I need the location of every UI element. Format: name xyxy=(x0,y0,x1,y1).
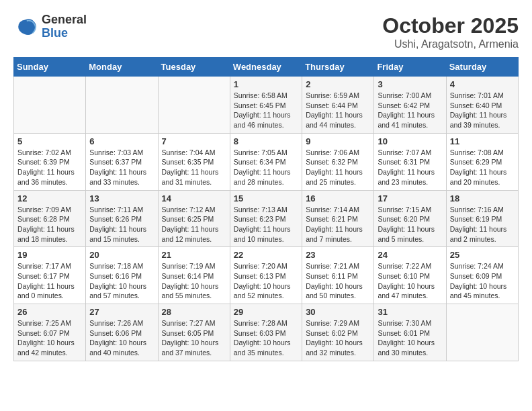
day-number: 9 xyxy=(306,136,370,146)
week-row-4: 19Sunrise: 7:17 AM Sunset: 6:17 PM Dayli… xyxy=(14,247,519,304)
calendar-cell: 31Sunrise: 7:30 AM Sunset: 6:01 PM Dayli… xyxy=(374,304,446,361)
day-number: 1 xyxy=(234,79,298,89)
day-number: 16 xyxy=(306,193,370,203)
week-row-1: 1Sunrise: 6:58 AM Sunset: 6:45 PM Daylig… xyxy=(14,77,519,134)
title-block: October 2025 Ushi, Aragatsotn, Armenia xyxy=(382,13,519,50)
day-number: 20 xyxy=(89,250,154,260)
day-info: Sunrise: 7:17 AM Sunset: 6:17 PM Dayligh… xyxy=(17,261,82,301)
calendar-cell: 5Sunrise: 7:02 AM Sunset: 6:39 PM Daylig… xyxy=(14,133,86,190)
day-info: Sunrise: 7:19 AM Sunset: 6:14 PM Dayligh… xyxy=(162,261,226,301)
day-number: 4 xyxy=(450,79,515,89)
day-info: Sunrise: 7:03 AM Sunset: 6:37 PM Dayligh… xyxy=(89,148,154,187)
day-number: 5 xyxy=(17,136,82,146)
calendar-cell: 2Sunrise: 6:59 AM Sunset: 6:44 PM Daylig… xyxy=(302,77,374,134)
day-info: Sunrise: 7:09 AM Sunset: 6:28 PM Dayligh… xyxy=(17,205,82,244)
calendar-cell: 21Sunrise: 7:19 AM Sunset: 6:14 PM Dayli… xyxy=(158,247,230,304)
week-row-5: 26Sunrise: 7:25 AM Sunset: 6:07 PM Dayli… xyxy=(14,304,519,361)
calendar-cell: 19Sunrise: 7:17 AM Sunset: 6:17 PM Dayli… xyxy=(14,247,86,304)
day-info: Sunrise: 7:08 AM Sunset: 6:29 PM Dayligh… xyxy=(450,148,515,187)
calendar-cell: 6Sunrise: 7:03 AM Sunset: 6:37 PM Daylig… xyxy=(86,133,158,190)
calendar-cell: 11Sunrise: 7:08 AM Sunset: 6:29 PM Dayli… xyxy=(446,133,518,190)
day-info: Sunrise: 7:28 AM Sunset: 6:03 PM Dayligh… xyxy=(234,318,298,358)
day-info: Sunrise: 7:01 AM Sunset: 6:40 PM Dayligh… xyxy=(450,91,515,130)
day-info: Sunrise: 6:58 AM Sunset: 6:45 PM Dayligh… xyxy=(234,91,298,130)
calendar-cell: 9Sunrise: 7:06 AM Sunset: 6:32 PM Daylig… xyxy=(302,133,374,190)
calendar-cell: 17Sunrise: 7:15 AM Sunset: 6:20 PM Dayli… xyxy=(374,190,446,247)
day-number: 7 xyxy=(162,136,226,146)
day-number: 27 xyxy=(89,307,154,317)
day-number: 28 xyxy=(162,307,226,317)
location: Ushi, Aragatsotn, Armenia xyxy=(382,38,519,50)
day-number: 23 xyxy=(306,250,370,260)
day-number: 6 xyxy=(89,136,154,146)
calendar-cell: 26Sunrise: 7:25 AM Sunset: 6:07 PM Dayli… xyxy=(14,304,86,361)
day-number: 31 xyxy=(378,307,442,317)
calendar-cell: 15Sunrise: 7:13 AM Sunset: 6:23 PM Dayli… xyxy=(230,190,302,247)
month-title: October 2025 xyxy=(382,13,519,38)
logo-blue: Blue xyxy=(42,26,68,40)
weekday-header-thursday: Thursday xyxy=(302,58,374,77)
weekday-header-wednesday: Wednesday xyxy=(230,58,302,77)
day-info: Sunrise: 7:13 AM Sunset: 6:23 PM Dayligh… xyxy=(234,205,298,244)
day-number: 8 xyxy=(234,136,298,146)
day-info: Sunrise: 7:11 AM Sunset: 6:26 PM Dayligh… xyxy=(89,205,154,244)
day-info: Sunrise: 7:24 AM Sunset: 6:09 PM Dayligh… xyxy=(450,261,515,301)
calendar-cell xyxy=(86,77,158,134)
day-info: Sunrise: 7:06 AM Sunset: 6:32 PM Dayligh… xyxy=(306,148,370,187)
day-info: Sunrise: 7:12 AM Sunset: 6:25 PM Dayligh… xyxy=(162,205,226,244)
weekday-header-sunday: Sunday xyxy=(14,58,86,77)
calendar-cell: 28Sunrise: 7:27 AM Sunset: 6:05 PM Dayli… xyxy=(158,304,230,361)
day-info: Sunrise: 7:27 AM Sunset: 6:05 PM Dayligh… xyxy=(162,318,226,358)
calendar-cell xyxy=(14,77,86,134)
day-info: Sunrise: 7:16 AM Sunset: 6:19 PM Dayligh… xyxy=(450,205,515,244)
day-number: 12 xyxy=(17,193,82,203)
day-number: 21 xyxy=(162,250,226,260)
week-row-3: 12Sunrise: 7:09 AM Sunset: 6:28 PM Dayli… xyxy=(14,190,519,247)
day-info: Sunrise: 6:59 AM Sunset: 6:44 PM Dayligh… xyxy=(306,91,370,130)
day-info: Sunrise: 7:05 AM Sunset: 6:34 PM Dayligh… xyxy=(234,148,298,187)
calendar-cell: 22Sunrise: 7:20 AM Sunset: 6:13 PM Dayli… xyxy=(230,247,302,304)
calendar-cell: 12Sunrise: 7:09 AM Sunset: 6:28 PM Dayli… xyxy=(14,190,86,247)
day-number: 10 xyxy=(378,136,442,146)
day-info: Sunrise: 7:18 AM Sunset: 6:16 PM Dayligh… xyxy=(89,261,154,301)
calendar-cell xyxy=(158,77,230,134)
week-row-2: 5Sunrise: 7:02 AM Sunset: 6:39 PM Daylig… xyxy=(14,133,519,190)
day-number: 25 xyxy=(450,250,515,260)
weekday-header-row: SundayMondayTuesdayWednesdayThursdayFrid… xyxy=(14,58,519,77)
calendar-cell: 13Sunrise: 7:11 AM Sunset: 6:26 PM Dayli… xyxy=(86,190,158,247)
logo: General Blue xyxy=(13,13,87,40)
day-info: Sunrise: 7:20 AM Sunset: 6:13 PM Dayligh… xyxy=(234,261,298,301)
day-info: Sunrise: 7:29 AM Sunset: 6:02 PM Dayligh… xyxy=(306,318,370,358)
day-number: 30 xyxy=(306,307,370,317)
day-number: 15 xyxy=(234,193,298,203)
day-number: 19 xyxy=(17,250,82,260)
day-info: Sunrise: 7:02 AM Sunset: 6:39 PM Dayligh… xyxy=(17,148,82,187)
logo-general: General xyxy=(42,13,87,26)
day-number: 14 xyxy=(162,193,226,203)
day-info: Sunrise: 7:25 AM Sunset: 6:07 PM Dayligh… xyxy=(17,318,82,358)
logo-icon xyxy=(13,15,38,39)
day-number: 11 xyxy=(450,136,515,146)
calendar-cell: 23Sunrise: 7:21 AM Sunset: 6:11 PM Dayli… xyxy=(302,247,374,304)
day-info: Sunrise: 7:15 AM Sunset: 6:20 PM Dayligh… xyxy=(378,205,442,244)
weekday-header-saturday: Saturday xyxy=(446,58,518,77)
day-info: Sunrise: 7:07 AM Sunset: 6:31 PM Dayligh… xyxy=(378,148,442,187)
calendar-cell xyxy=(446,304,518,361)
day-number: 2 xyxy=(306,79,370,89)
calendar-cell: 27Sunrise: 7:26 AM Sunset: 6:06 PM Dayli… xyxy=(86,304,158,361)
day-number: 29 xyxy=(234,307,298,317)
calendar-cell: 16Sunrise: 7:14 AM Sunset: 6:21 PM Dayli… xyxy=(302,190,374,247)
calendar-cell: 24Sunrise: 7:22 AM Sunset: 6:10 PM Dayli… xyxy=(374,247,446,304)
day-info: Sunrise: 7:00 AM Sunset: 6:42 PM Dayligh… xyxy=(378,91,442,130)
day-info: Sunrise: 7:22 AM Sunset: 6:10 PM Dayligh… xyxy=(378,261,442,301)
day-number: 26 xyxy=(17,307,82,317)
day-number: 17 xyxy=(378,193,442,203)
day-info: Sunrise: 7:14 AM Sunset: 6:21 PM Dayligh… xyxy=(306,205,370,244)
logo-text: General Blue xyxy=(42,13,87,40)
day-number: 13 xyxy=(89,193,154,203)
calendar-cell: 10Sunrise: 7:07 AM Sunset: 6:31 PM Dayli… xyxy=(374,133,446,190)
calendar-cell: 14Sunrise: 7:12 AM Sunset: 6:25 PM Dayli… xyxy=(158,190,230,247)
calendar-cell: 29Sunrise: 7:28 AM Sunset: 6:03 PM Dayli… xyxy=(230,304,302,361)
calendar-cell: 1Sunrise: 6:58 AM Sunset: 6:45 PM Daylig… xyxy=(230,77,302,134)
calendar-cell: 30Sunrise: 7:29 AM Sunset: 6:02 PM Dayli… xyxy=(302,304,374,361)
